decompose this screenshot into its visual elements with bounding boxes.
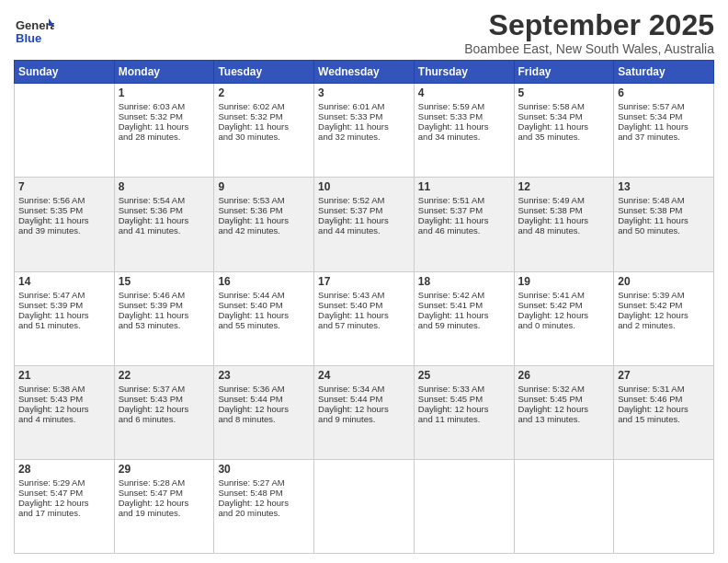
calendar-week-row: 14Sunrise: 5:47 AMSunset: 5:39 PMDayligh… [15, 271, 714, 365]
day-info-line: and 11 minutes. [418, 414, 510, 424]
day-info-line: Sunrise: 5:33 AM [418, 384, 510, 394]
day-info-line: Daylight: 12 hours [618, 310, 710, 320]
day-number: 1 [119, 86, 210, 99]
day-info-line: Sunrise: 5:43 AM [318, 290, 410, 300]
day-info-line: Sunset: 5:38 PM [518, 205, 610, 215]
day-info-line: Sunrise: 5:48 AM [618, 195, 710, 205]
table-row: 29Sunrise: 5:28 AMSunset: 5:47 PMDayligh… [114, 459, 214, 553]
svg-text:Blue: Blue [16, 31, 41, 45]
day-info-line: Daylight: 11 hours [518, 215, 610, 225]
day-number: 19 [518, 275, 610, 288]
day-info-line: Sunset: 5:48 PM [218, 488, 310, 498]
day-info-line: and 13 minutes. [518, 414, 610, 424]
day-number: 7 [18, 180, 110, 193]
day-info-line: Daylight: 12 hours [518, 404, 610, 414]
day-info-line: Sunrise: 5:53 AM [218, 195, 310, 205]
table-row: 9Sunrise: 5:53 AMSunset: 5:36 PMDaylight… [214, 178, 314, 271]
table-row: 17Sunrise: 5:43 AMSunset: 5:40 PMDayligh… [314, 271, 415, 365]
table-row: 28Sunrise: 5:29 AMSunset: 5:47 PMDayligh… [15, 459, 115, 553]
day-info-line: Daylight: 11 hours [318, 121, 410, 132]
table-row: 12Sunrise: 5:49 AMSunset: 5:38 PMDayligh… [514, 178, 614, 271]
svg-text:General: General [16, 18, 54, 32]
day-info-line: and 37 minutes. [618, 132, 710, 142]
logo-icon: General Blue [14, 9, 54, 50]
day-info-line: Daylight: 11 hours [518, 121, 610, 132]
table-row: 21Sunrise: 5:38 AMSunset: 5:43 PMDayligh… [15, 365, 115, 459]
day-info-line: Daylight: 11 hours [218, 215, 310, 225]
day-number: 11 [418, 180, 510, 193]
day-info-line: Sunset: 5:38 PM [618, 205, 710, 215]
col-sunday: Sunday [15, 61, 115, 84]
day-info-line: Sunset: 5:42 PM [518, 300, 610, 310]
day-info-line: Sunrise: 5:31 AM [618, 384, 710, 394]
table-row: 5Sunrise: 5:58 AMSunset: 5:34 PMDaylight… [514, 84, 614, 178]
day-number: 26 [518, 369, 610, 382]
day-number: 27 [618, 369, 710, 382]
day-info-line: Sunset: 5:36 PM [119, 205, 210, 215]
day-number: 16 [218, 275, 310, 288]
day-info-line: Sunset: 5:34 PM [618, 111, 710, 121]
calendar-header-row: Sunday Monday Tuesday Wednesday Thursday… [15, 61, 714, 84]
day-number: 14 [18, 275, 110, 288]
day-info-line: Sunrise: 5:54 AM [119, 195, 210, 205]
day-info-line: Sunset: 5:36 PM [218, 205, 310, 215]
calendar-week-row: 1Sunrise: 6:03 AMSunset: 5:32 PMDaylight… [15, 84, 714, 178]
day-info-line: Daylight: 11 hours [418, 310, 510, 320]
day-info-line: Daylight: 11 hours [318, 215, 410, 225]
table-row [15, 84, 115, 178]
table-row: 8Sunrise: 5:54 AMSunset: 5:36 PMDaylight… [114, 178, 214, 271]
day-info-line: Daylight: 12 hours [318, 404, 410, 414]
calendar-week-row: 28Sunrise: 5:29 AMSunset: 5:47 PMDayligh… [15, 459, 714, 553]
day-info-line: and 41 minutes. [119, 225, 210, 236]
day-info-line: Daylight: 11 hours [119, 310, 210, 320]
day-info-line: Sunrise: 5:44 AM [218, 290, 310, 300]
day-number: 24 [318, 369, 410, 382]
table-row: 3Sunrise: 6:01 AMSunset: 5:33 PMDaylight… [314, 84, 415, 178]
day-info-line: Daylight: 11 hours [18, 310, 110, 320]
day-info-line: and 51 minutes. [18, 320, 110, 330]
day-info-line: Sunrise: 5:41 AM [518, 290, 610, 300]
day-number: 9 [218, 180, 310, 193]
day-info-line: and 6 minutes. [119, 414, 210, 424]
day-info-line: Sunset: 5:37 PM [418, 205, 510, 215]
day-number: 10 [318, 180, 410, 193]
day-info-line: and 2 minutes. [618, 320, 710, 330]
day-info-line: and 30 minutes. [218, 132, 310, 142]
day-number: 18 [418, 275, 510, 288]
day-number: 13 [618, 180, 710, 193]
day-info-line: Sunset: 5:34 PM [518, 111, 610, 121]
day-info-line: and 50 minutes. [618, 225, 710, 236]
table-row: 7Sunrise: 5:56 AMSunset: 5:35 PMDaylight… [15, 178, 115, 271]
calendar-week-row: 7Sunrise: 5:56 AMSunset: 5:35 PMDaylight… [15, 178, 714, 271]
day-info-line: Daylight: 11 hours [18, 215, 110, 225]
day-info-line: Daylight: 12 hours [518, 310, 610, 320]
table-row [414, 459, 514, 553]
day-info-line: Sunset: 5:41 PM [418, 300, 510, 310]
day-info-line: Sunrise: 5:37 AM [119, 384, 210, 394]
day-number: 30 [218, 463, 310, 476]
day-info-line: Sunset: 5:32 PM [218, 111, 310, 121]
day-info-line: and 42 minutes. [218, 225, 310, 236]
table-row: 10Sunrise: 5:52 AMSunset: 5:37 PMDayligh… [314, 178, 415, 271]
table-row: 16Sunrise: 5:44 AMSunset: 5:40 PMDayligh… [214, 271, 314, 365]
day-info-line: Daylight: 12 hours [618, 404, 710, 414]
day-info-line: Sunrise: 6:03 AM [119, 101, 210, 111]
day-number: 6 [618, 86, 710, 99]
day-info-line: Sunrise: 5:32 AM [518, 384, 610, 394]
day-number: 3 [318, 86, 410, 99]
day-info-line: Daylight: 11 hours [418, 215, 510, 225]
day-number: 22 [119, 369, 210, 382]
day-info-line: and 9 minutes. [318, 414, 410, 424]
day-info-line: Sunrise: 5:28 AM [119, 477, 210, 488]
col-friday: Friday [514, 61, 614, 84]
day-number: 21 [18, 369, 110, 382]
day-info-line: Daylight: 11 hours [218, 310, 310, 320]
col-tuesday: Tuesday [214, 61, 314, 84]
day-number: 4 [418, 86, 510, 99]
day-info-line: Sunrise: 5:39 AM [618, 290, 710, 300]
day-info-line: Daylight: 12 hours [119, 498, 210, 508]
header: General Blue September 2025 Boambee East… [14, 9, 714, 56]
day-info-line: Daylight: 11 hours [119, 121, 210, 132]
table-row: 24Sunrise: 5:34 AMSunset: 5:44 PMDayligh… [314, 365, 415, 459]
col-saturday: Saturday [614, 61, 714, 84]
